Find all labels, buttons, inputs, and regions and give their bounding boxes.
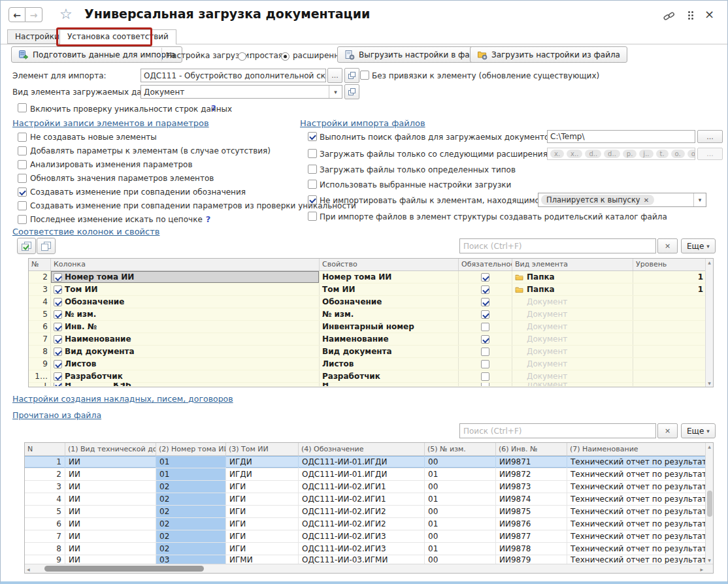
cell[interactable]: ИИ9874: [496, 493, 567, 505]
checkbox[interactable]: [54, 383, 62, 386]
radio-simple[interactable]: [238, 52, 246, 61]
back-button[interactable]: ←: [8, 7, 25, 22]
cell-column[interactable]: Разработчик: [51, 370, 320, 382]
scroll-left-icon[interactable]: ◀: [27, 567, 30, 572]
cell[interactable]: Технический отчет по результатам...: [567, 506, 706, 517]
use-selected-label[interactable]: Использовать выбранные настройки загрузк…: [320, 180, 511, 189]
cell-property[interactable]: Номер тома ИИ: [320, 271, 459, 283]
record-setting-row[interactable]: Не создавать новые элементы: [18, 130, 305, 144]
table-row[interactable]: 7ИИ02ИГИОДС111-ИИ-02.ИГИ300ИИ9877Техниче…: [25, 530, 713, 543]
cell-column[interactable]: Обозначение: [51, 296, 320, 308]
favorite-star-icon[interactable]: ☆: [59, 6, 73, 22]
cell-kind[interactable]: Документ: [512, 346, 633, 357]
table-row[interactable]: 5ИИ02ИГИОДС111-ИИ-02.ИГИ200ИИ9875Техниче…: [25, 506, 713, 518]
checkbox[interactable]: [18, 133, 27, 142]
cell-column[interactable]: Номер тома ИИ: [51, 271, 320, 283]
check-all-button[interactable]: [17, 238, 36, 254]
use-selected-checkbox[interactable]: [308, 180, 317, 189]
cell[interactable]: 7: [25, 530, 65, 542]
checkbox[interactable]: [54, 323, 62, 331]
cell-required[interactable]: [459, 383, 512, 386]
cell-required[interactable]: [459, 358, 512, 370]
checkbox[interactable]: [481, 298, 489, 306]
cell[interactable]: ИИ: [65, 543, 156, 555]
radio-simple-label[interactable]: простая: [250, 51, 283, 60]
cell-number[interactable]: 1…: [29, 370, 51, 382]
cell[interactable]: Технический отчет по результатам...: [567, 543, 706, 555]
table-row[interactable]: 9ИИ03ИГМИОДС111-ИИ-03.ИГМИ00ИИ9879Технич…: [25, 555, 713, 564]
extensions-checkbox[interactable]: [308, 149, 317, 158]
element-choose-button[interactable]: ...: [327, 68, 342, 83]
table-row[interactable]: 7НаименованиеНаименованиеДокумент: [29, 333, 713, 346]
cell[interactable]: ОДС111-ИИ-02.ИГИ2: [299, 518, 425, 530]
cell-kind[interactable]: Документ: [512, 333, 633, 345]
cell[interactable]: 01: [425, 518, 496, 530]
cell-number[interactable]: 6: [29, 321, 51, 333]
vertical-scrollbar[interactable]: ▲ ▼: [705, 259, 713, 387]
cell[interactable]: ОДС111-ИИ-02.ИГИ2: [299, 506, 425, 517]
cell-number[interactable]: 4: [29, 296, 51, 308]
cell[interactable]: 00: [425, 456, 496, 468]
cell[interactable]: ИГИ: [226, 506, 299, 517]
cell-number[interactable]: 8: [29, 346, 51, 357]
table-row[interactable]: 8ИИ02ИГИОДС111-ИИ-02.ИГИ301ИИ9878Техниче…: [25, 543, 713, 555]
extensions-label[interactable]: Загружать файлы только со следующими рас…: [320, 150, 559, 159]
table-row[interactable]: 1…РазработчикРазработчикДокумент: [29, 370, 713, 383]
column-property-matching-link[interactable]: Соответствие колонок и свойств: [12, 227, 159, 236]
cell-kind[interactable]: Документ: [512, 370, 633, 382]
table-row[interactable]: 2Номер тома ИИНомер тома ИИПапка1: [29, 271, 713, 284]
checkbox[interactable]: [54, 285, 62, 294]
cell[interactable]: ИГИ: [226, 543, 299, 555]
cell[interactable]: 1: [25, 456, 65, 468]
column-header[interactable]: Вид элемента: [512, 259, 633, 270]
checkbox[interactable]: [18, 146, 27, 155]
uniqueness-check-checkbox[interactable]: [18, 103, 27, 112]
checkbox[interactable]: [54, 360, 62, 368]
parent-catalog-label[interactable]: При импорте файлов в элемент структуры с…: [320, 212, 667, 221]
cell[interactable]: 02: [156, 493, 226, 505]
cell-level[interactable]: [633, 346, 706, 357]
cell[interactable]: 2: [25, 468, 65, 480]
cell[interactable]: 00: [425, 481, 496, 493]
cell[interactable]: Технический отчет по результатам...: [567, 530, 706, 542]
table-row[interactable]: 2ИИ01ИГДИОДС111-ИИ-01.ИГДИ01ИИ9872Технич…: [25, 468, 713, 481]
cell[interactable]: ИГМИ: [226, 555, 299, 564]
import-settings-button[interactable]: Загрузить настройки из файла: [470, 46, 627, 63]
column-header[interactable]: №: [29, 259, 51, 270]
column-header[interactable]: (3) Том ИИ: [226, 443, 299, 455]
checkbox[interactable]: [18, 215, 27, 224]
file-import-settings-header-link[interactable]: Настройки импорта файлов: [300, 118, 425, 128]
uniqueness-check-label[interactable]: Включить проверку уникальности строк дан…: [30, 105, 232, 114]
cell-number[interactable]: 9: [29, 358, 51, 370]
checkbox[interactable]: [481, 310, 489, 319]
cell-column[interactable]: Том ИИ: [51, 284, 320, 295]
checkbox[interactable]: [18, 174, 27, 183]
search-files-checkbox[interactable]: [308, 132, 317, 141]
scroll-down-icon[interactable]: ▼: [708, 558, 711, 562]
catalog-path-input[interactable]: C:\Temp\: [547, 130, 695, 143]
cell[interactable]: Технический отчет по результатам...: [567, 493, 706, 505]
column-header[interactable]: (7) Наименование: [567, 443, 706, 455]
cell-property[interactable]: Листов: [320, 358, 459, 370]
record-setting-row[interactable]: Последнее изменение искать по цепочке?: [18, 212, 305, 226]
checkbox[interactable]: [481, 285, 489, 294]
cell-required[interactable]: [459, 271, 512, 283]
table-row[interactable]: 3Том ИИТом ИИПапка1: [29, 284, 713, 296]
cell-level[interactable]: 1: [633, 271, 706, 283]
cell[interactable]: ИИ9879: [496, 555, 567, 564]
scroll-up-icon[interactable]: ▲: [708, 444, 711, 449]
table-row[interactable]: 6Инв. №Инвентарный номерДокумент: [29, 321, 713, 333]
cell-property[interactable]: Том ИИ: [320, 284, 459, 295]
cell[interactable]: ИГИ: [226, 518, 299, 530]
cell-level[interactable]: [633, 296, 706, 308]
invoices-settings-link[interactable]: Настройки создания накладных, писем, дог…: [12, 394, 233, 404]
parent-catalog-checkbox[interactable]: [308, 212, 317, 221]
cell[interactable]: 5: [25, 506, 65, 517]
cell-property[interactable]: Инвентарный номер: [320, 321, 459, 333]
cell-level[interactable]: [633, 383, 706, 386]
uncheck-all-button[interactable]: [37, 238, 56, 254]
tab-matching[interactable]: Установка соответствий: [59, 29, 176, 44]
cell-required[interactable]: [459, 370, 512, 382]
cell-required[interactable]: [459, 321, 512, 333]
column-header[interactable]: (5) № изм.: [425, 443, 496, 455]
